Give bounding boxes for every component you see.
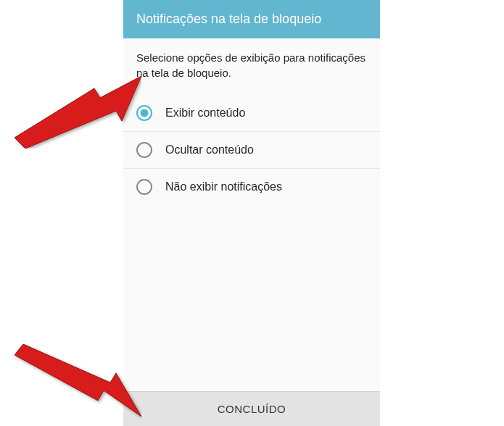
done-button-label: CONCLUÍDO <box>218 403 286 415</box>
options-list: Exibir conteúdo Ocultar conteúdo Não exi… <box>123 95 380 205</box>
done-button[interactable]: CONCLUÍDO <box>123 391 380 426</box>
annotation-arrow-icon <box>15 76 141 149</box>
option-label: Ocultar conteúdo <box>165 143 254 156</box>
radio-icon <box>136 179 152 195</box>
option-hide-content[interactable]: Ocultar conteúdo <box>123 132 380 169</box>
dialog-title: Notificações na tela de bloqueio <box>136 12 321 26</box>
settings-dialog: Notificações na tela de bloqueio Selecio… <box>123 0 380 426</box>
option-label: Exibir conteúdo <box>165 106 245 120</box>
dialog-description: Selecione opções de exibição para notifi… <box>123 38 380 95</box>
spacer <box>123 205 380 391</box>
option-show-content[interactable]: Exibir conteúdo <box>123 95 380 132</box>
annotation-arrow-icon <box>15 344 141 424</box>
radio-icon <box>136 142 152 158</box>
option-no-notifications[interactable]: Não exibir notificações <box>123 169 380 205</box>
svg-marker-0 <box>15 76 141 149</box>
dialog-header: Notificações na tela de bloqueio <box>123 0 380 38</box>
svg-marker-1 <box>15 344 141 417</box>
radio-icon <box>136 105 152 121</box>
option-label: Não exibir notificações <box>165 180 282 193</box>
